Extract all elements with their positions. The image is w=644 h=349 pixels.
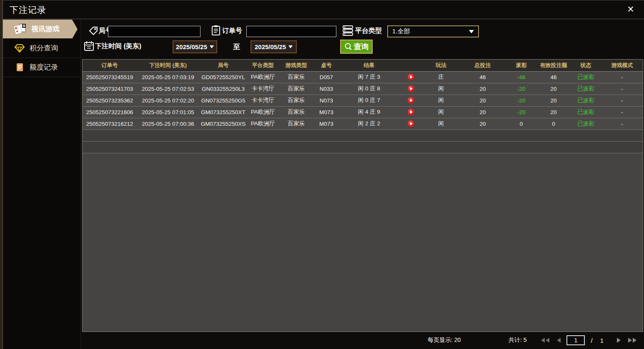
cell-mode: -: [601, 118, 643, 130]
date-from-picker[interactable]: 2025/05/25: [173, 40, 217, 53]
cell-result: 闲 2 庄 2: [339, 118, 399, 130]
cell-empty: [314, 130, 339, 141]
cell-mode: -: [601, 106, 643, 118]
cell-result: 闲 0 庄 7: [339, 95, 399, 106]
table-row: 2505250732162122025-05-25 07:00:36GM0732…: [83, 118, 643, 130]
cell-play: 闲: [422, 106, 460, 118]
document-icon: [14, 63, 25, 72]
cell-time: 2025-05-25 07:02:20: [137, 95, 199, 106]
cell-total: 20: [460, 83, 506, 95]
cell-empty: [278, 141, 314, 153]
cell-valid: 20: [537, 95, 570, 106]
cell-time: 2025-05-25 07:00:36: [137, 118, 199, 130]
first-page-button[interactable]: [539, 336, 551, 344]
last-page-button[interactable]: [626, 336, 638, 344]
cell-empty: [83, 130, 137, 141]
table-row: 2505250732353622025-05-25 07:02:20GN0732…: [83, 95, 643, 106]
chevron-down-icon: [469, 30, 474, 33]
cell-status: 已派彩: [570, 106, 601, 118]
sidebar-item-points-query[interactable]: 积分查询: [3, 39, 80, 58]
pagination: / 1: [539, 335, 638, 345]
cell-play: 总计: [422, 141, 460, 153]
cell-total: 20: [460, 106, 506, 118]
sidebar-item-label: 视讯游戏: [31, 24, 60, 34]
cell-payout: -20: [506, 106, 537, 118]
cell-round: GM073255250XT: [199, 106, 247, 118]
cell-total: 20: [460, 118, 506, 130]
cell-platform: PA欧洲厅: [247, 71, 278, 83]
close-icon[interactable]: ×: [624, 3, 637, 16]
cell-status: 已派彩: [570, 95, 601, 106]
cell-empty: [339, 130, 399, 141]
play-video-icon[interactable]: [408, 120, 414, 127]
cell-payout: -46: [506, 71, 537, 83]
cell-valid: 0: [537, 118, 570, 130]
cell-icon: [399, 83, 422, 95]
cell-result: 闲 7 庄 3: [339, 71, 399, 83]
sidebar: 9 K♥ 视讯游戏 积分查询: [3, 20, 81, 349]
cell-empty: [137, 130, 199, 141]
cell-status: 已派彩: [570, 83, 601, 95]
cell-valid: 106: [537, 130, 570, 141]
column-header-4: 游戏类型: [278, 60, 314, 71]
sidebar-item-video-games[interactable]: 9 K♥ 视讯游戏: [3, 20, 72, 39]
round-number-input[interactable]: [108, 26, 200, 37]
cell-empty: [339, 141, 399, 153]
play-video-icon[interactable]: [408, 97, 414, 104]
column-header-10: 派彩: [506, 60, 537, 71]
cell-mode: -: [601, 83, 643, 95]
cell-platform: PA欧洲厅: [247, 118, 278, 130]
previous-page-button[interactable]: [555, 336, 562, 344]
column-header-8: 玩法: [422, 60, 460, 71]
total-pages: 1: [599, 337, 605, 344]
cell-order: 250525073235362: [83, 95, 137, 106]
date-to-picker[interactable]: 2025/05/25: [251, 40, 297, 53]
platform-type-select[interactable]: 1.全部: [387, 25, 479, 37]
cell-empty: [570, 141, 601, 153]
cell-icon: [399, 106, 422, 118]
cell-icon: [399, 95, 422, 106]
cell-empty: [137, 141, 199, 153]
play-video-icon[interactable]: [408, 109, 414, 115]
column-header-5: 桌号: [314, 60, 339, 71]
cell-platform: 卡卡湾厅: [247, 83, 278, 95]
cell-total: 126: [460, 141, 506, 153]
total-count-label: 共计: 5: [509, 337, 527, 344]
platform-type-label: 平台类型: [355, 27, 382, 35]
cell-game: 百家乐: [278, 71, 314, 83]
table-header-row: 订单号下注时间 (美东)局号平台类型游戏类型桌号结果玩法总投注派彩有效投注额状态…: [83, 60, 643, 71]
cell-order: 250525073221606: [83, 106, 137, 118]
query-button[interactable]: 查询: [340, 40, 373, 54]
clipboard-icon: [211, 25, 221, 37]
cell-mode: -: [601, 95, 643, 106]
cell-table_no: M073: [314, 118, 339, 130]
page-number-input[interactable]: [566, 335, 585, 345]
table-row: 2505250732417032025-05-25 07:02:53GN0332…: [83, 83, 643, 95]
cell-order: 250525073245519: [83, 71, 137, 83]
column-header-0: 订单号: [83, 60, 137, 71]
cell-game: 百家乐: [278, 83, 314, 95]
cell-payout: -106: [506, 130, 537, 141]
chevron-down-icon: [288, 45, 293, 48]
sidebar-item-quota-records[interactable]: 额度记录: [3, 58, 80, 77]
cell-play: 闲: [422, 83, 460, 95]
cell-empty: [247, 130, 278, 141]
column-header-3: 平台类型: [247, 60, 278, 71]
cell-play: 闲: [422, 95, 460, 106]
cell-status: 已派彩: [570, 71, 601, 83]
cell-payout: -20: [506, 95, 537, 106]
cell-valid: 46: [537, 71, 570, 83]
cell-empty: [399, 141, 422, 153]
order-number-input[interactable]: [246, 26, 336, 37]
bet-records-window: 下注记录 × 9 K♥ 视讯游戏 积分查询: [3, 0, 644, 349]
page-separator: /: [589, 337, 594, 344]
cell-empty: [601, 130, 643, 141]
play-video-icon[interactable]: [408, 74, 414, 80]
order-number-label: 订单号: [222, 27, 242, 35]
next-page-button[interactable]: [615, 336, 622, 344]
query-button-label: 查询: [354, 42, 369, 52]
play-video-icon[interactable]: [408, 85, 414, 92]
cell-table_no: D057: [314, 71, 339, 83]
cell-valid: 20: [537, 83, 570, 95]
sidebar-item-label: 额度记录: [30, 62, 58, 72]
